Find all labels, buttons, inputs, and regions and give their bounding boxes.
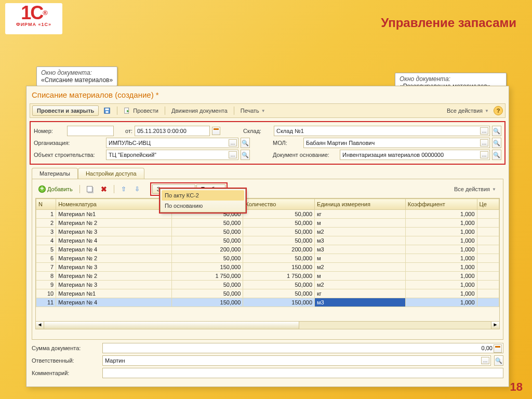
grid-cell[interactable]: 50,000 [243,219,315,228]
grid-cell[interactable]: 1,000 [405,298,477,307]
base-input[interactable]: Инвентаризация материалов 0000000 … [340,150,490,160]
grid-cell[interactable]: 4 [36,236,56,245]
grid-cell[interactable]: м3 [315,298,406,307]
grid-cell[interactable]: Материал № 4 [56,236,171,245]
table-row[interactable]: 5Материал № 4200,000200,000м31,000 [36,245,499,254]
grid-cell[interactable]: 1,000 [405,281,477,289]
table-row[interactable]: 10Материал №150,00050,000кг1,000 [36,289,499,298]
grid-header[interactable]: N [36,199,56,210]
grid-header[interactable]: Единица измерения [315,199,406,210]
tab-materials[interactable]: Материалы [32,168,78,179]
delete-row-button[interactable]: ✖ [98,184,110,194]
grid-cell[interactable]: Материал № 4 [56,245,171,254]
grid-cell[interactable] [477,272,499,281]
ellipsis-icon[interactable]: … [480,151,488,158]
grid-cell[interactable]: 1,000 [405,236,477,245]
grid-cell[interactable]: 1,000 [405,254,477,263]
grid-cell[interactable]: м3 [315,245,406,254]
grid-cell[interactable]: Материал № 2 [56,254,171,263]
grid-cell[interactable]: кг [315,210,406,219]
mol-input[interactable]: Бабаян Мартин Павлович … [303,138,490,148]
grid-cell[interactable]: 1 750,000 [171,272,243,281]
obj-input[interactable]: ТЦ "Европейский" … [106,150,238,160]
ellipsis-icon[interactable]: … [480,139,488,147]
grid-cell[interactable]: 50,000 [171,236,243,245]
save-button[interactable] [100,105,114,116]
grid-cell[interactable]: 7 [36,263,56,272]
date-input[interactable]: 05.11.2013 0:00:00 [135,126,210,136]
fill-dropdown-item-base[interactable]: По основанию [162,201,244,211]
post-button[interactable]: Провести [120,105,162,116]
resp-input[interactable]: Мартин … [102,355,491,366]
grid-cell[interactable]: Материал №1 [56,289,171,298]
table-row[interactable]: 9Материал № 350,00050,000м21,000 [36,281,499,289]
tab-access[interactable]: Настройки доступа [78,168,144,179]
lookup-icon[interactable]: 🔍 [494,355,503,366]
grid-cell[interactable]: 50,000 [243,289,315,298]
scroll-left-icon[interactable]: ◄ [36,322,44,329]
grid-cell[interactable] [477,236,499,245]
grid-cell[interactable]: 50,000 [171,219,243,228]
table-row[interactable]: 2Материал № 250,00050,000м1,000 [36,219,499,228]
grid-cell[interactable]: 50,000 [171,289,243,298]
grid-cell[interactable] [477,281,499,289]
grid-cell[interactable]: 150,000 [243,263,315,272]
grid-cell[interactable] [477,298,499,307]
print-button[interactable]: Печать ▼ [237,106,269,115]
lookup-icon[interactable]: 🔍 [241,150,250,160]
grid-cell[interactable] [477,210,499,219]
grid-cell[interactable]: м [315,219,406,228]
add-row-button[interactable]: Добавить [35,184,76,194]
fill-dropdown-item-ks2[interactable]: По акту КС-2 [162,190,244,201]
grid-cell[interactable]: 8 [36,272,56,281]
grid-cell[interactable] [477,245,499,254]
calendar-icon[interactable] [212,127,220,135]
table-row[interactable]: 3Материал № 350,00050,000м21,000 [36,228,499,236]
grid-cell[interactable]: 50,000 [243,210,315,219]
lookup-icon[interactable]: 🔍 [492,126,501,136]
materials-grid[interactable]: NНоменклатураК-воКоличествоЕдиница измер… [35,198,500,322]
lookup-icon[interactable]: 🔍 [492,138,501,148]
grid-cell[interactable]: Материал № 2 [56,219,171,228]
grid-cell[interactable]: Материал № 3 [56,281,171,289]
grid-cell[interactable]: 1,000 [405,210,477,219]
ellipsis-icon[interactable]: … [229,151,237,158]
grid-cell[interactable]: 50,000 [243,236,315,245]
lookup-icon[interactable]: 🔍 [241,138,250,148]
grid-cell[interactable]: 6 [36,254,56,263]
copy-row-button[interactable] [84,185,96,193]
grid-cell[interactable]: 1,000 [405,263,477,272]
movements-button[interactable]: Движения документа [168,106,231,115]
grid-cell[interactable]: 1,000 [405,245,477,254]
all-actions-button[interactable]: Все действия ▼ [443,106,493,115]
grid-cell[interactable]: Материал № 3 [56,263,171,272]
grid-all-actions-button[interactable]: Все действия ▼ [450,184,500,194]
table-row[interactable]: 6Материал № 250,00050,000м1,000 [36,254,499,263]
ellipsis-icon[interactable]: … [481,357,489,364]
grid-cell[interactable]: 5 [36,245,56,254]
table-row[interactable]: 8Материал № 21 750,0001 750,000м1,000 [36,272,499,281]
scroll-right-icon[interactable]: ► [491,322,499,329]
grid-cell[interactable]: 2 [36,219,56,228]
grid-cell[interactable]: 200,000 [171,245,243,254]
ellipsis-icon[interactable]: … [480,127,488,135]
calculator-icon[interactable] [494,344,502,353]
grid-cell[interactable]: Материал № 3 [56,228,171,236]
move-up-button[interactable]: ⇧ [118,184,129,194]
grid-cell[interactable]: 50,000 [243,228,315,236]
grid-cell[interactable]: 10 [36,289,56,298]
grid-cell[interactable]: Материал №1 [56,210,171,219]
grid-cell[interactable] [477,219,499,228]
grid-cell[interactable] [477,289,499,298]
grid-cell[interactable] [477,263,499,272]
grid-cell[interactable]: 11 [36,298,56,307]
grid-cell[interactable]: 1 [36,210,56,219]
grid-cell[interactable]: м [315,254,406,263]
grid-cell[interactable]: 1 750,000 [243,272,315,281]
sklad-input[interactable]: Склад №1 … [274,126,490,136]
grid-cell[interactable]: м2 [315,263,406,272]
grid-header[interactable]: Номенклатура [56,199,171,210]
grid-cell[interactable]: Материал № 2 [56,272,171,281]
grid-cell[interactable]: 50,000 [171,228,243,236]
table-row[interactable]: 1Материал №150,00050,000кг1,000 [36,210,499,219]
